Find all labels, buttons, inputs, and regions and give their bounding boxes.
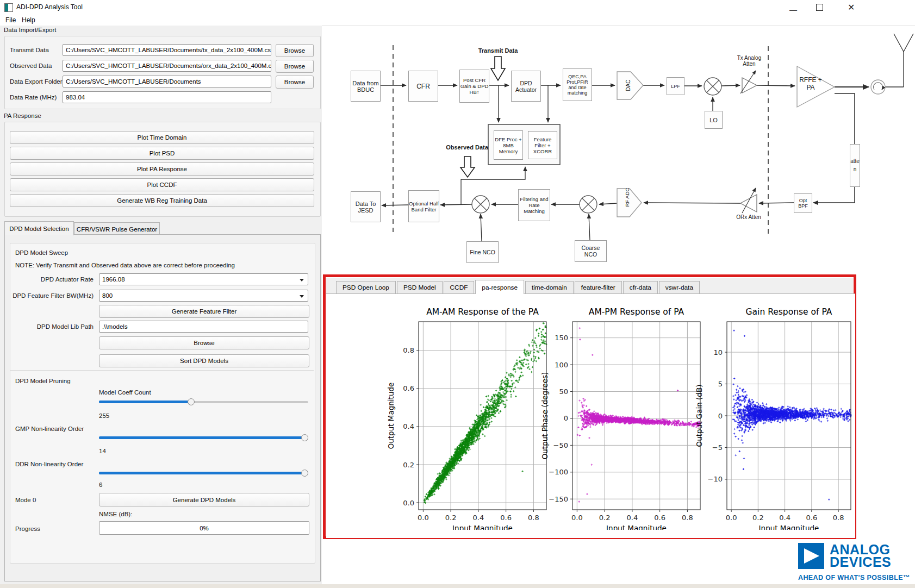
feature-bw-value: 800	[102, 292, 113, 299]
lib-path-input[interactable]: .\\models	[99, 321, 308, 333]
svg-text:0.0: 0.0	[726, 514, 737, 522]
tab-pa-response[interactable]: pa-response	[475, 280, 524, 294]
feature-bw-combobox[interactable]: 800	[99, 290, 308, 302]
dpd-sweep-label: DPD Model Sweep	[15, 247, 68, 258]
plot-psd-button[interactable]: Plot PSD	[10, 147, 314, 160]
block-data-to-jesd: Data To JESD	[351, 191, 381, 222]
sort-dpd-models-button[interactable]: Sort DPD Models	[99, 354, 309, 367]
chart-am-am: 0.00.20.40.60.80.00.20.40.60.8AM-AM Resp…	[381, 302, 555, 530]
maximize-button[interactable]	[816, 4, 823, 11]
svg-text:Output Magnitude: Output Magnitude	[387, 383, 395, 449]
plot-pa-response-button[interactable]: Plot PA Response	[10, 162, 314, 176]
section-data-import: Data Import/Export	[4, 27, 57, 33]
lib-browse-button[interactable]: Browse	[99, 336, 309, 349]
menu-file[interactable]: File	[5, 16, 16, 24]
block-filtering: Filtering and Rate Matching	[518, 189, 550, 221]
block-rffe-pa-label: RFFE + PA	[798, 73, 823, 95]
generate-wb-reg-button[interactable]: Generate WB Reg Training Data	[10, 194, 314, 207]
block-qec: QEC,PA Prot,PFIR and rate matching	[563, 68, 592, 101]
window-bottom-edge	[0, 584, 915, 588]
block-half-band: Optional Half Band Filter	[408, 190, 439, 222]
block-lpf: LPF	[667, 77, 684, 95]
observed-browse-button[interactable]: Browse	[276, 60, 314, 73]
block-rf-adc-label: RF ADC	[623, 186, 631, 208]
tab-cfr-data[interactable]: cfr-data	[623, 281, 658, 294]
svg-text:−5: −5	[712, 443, 723, 452]
minimize-button[interactable]: —	[789, 5, 797, 14]
svg-text:0.0: 0.0	[403, 499, 414, 507]
block-dac-label: DAC	[624, 74, 632, 96]
pruning-label: DPD Model Pruning	[15, 376, 71, 386]
orx-atten-label: ORx Atten	[731, 213, 766, 221]
block-coarse-nco: Coarse NCO	[575, 240, 607, 262]
plot-time-domain-button[interactable]: Plot Time Domain	[10, 131, 314, 144]
block-post-cfr: Post CFR Gain & DPD HB↑	[459, 70, 489, 103]
svg-text:100: 100	[555, 361, 568, 369]
svg-text:0.4: 0.4	[473, 514, 484, 522]
tab-feature-filter[interactable]: feature-filter	[575, 281, 622, 294]
ddr-order-slider[interactable]	[99, 470, 308, 477]
logo-line1: ANALOG	[830, 543, 890, 555]
actuator-rate-value: 1966.08	[102, 276, 125, 283]
tab-cfr-vswr[interactable]: CFR/VSWR Pulse Generator	[74, 222, 160, 235]
progress-label: Progress	[15, 523, 40, 534]
coeff-count-value: 255	[99, 410, 109, 421]
export-folder-input[interactable]: C:/Users/SVC_HMCOTT_LABUSER/Documents	[63, 76, 271, 87]
gmp-order-value: 14	[99, 446, 106, 456]
slider-fill	[99, 401, 191, 403]
chevron-down-icon	[300, 295, 304, 298]
svg-text:0.6: 0.6	[806, 514, 818, 522]
slider-handle[interactable]	[301, 470, 308, 477]
slider-handle[interactable]	[188, 398, 195, 405]
generate-dpd-models-button[interactable]: Generate DPD Models	[99, 493, 309, 506]
coeff-count-label: Model Coeff Count	[99, 387, 151, 398]
svg-text:−10: −10	[708, 475, 723, 483]
tab-time-domain[interactable]: time-domain	[525, 281, 574, 294]
svg-text:10: 10	[713, 348, 723, 356]
transmit-browse-button[interactable]: Browse	[276, 44, 314, 57]
plot-tab-bar: PSD Open Loop PSD Model CCDF pa-response…	[326, 278, 853, 294]
logo-tagline: AHEAD OF WHAT'S POSSIBLE™	[798, 574, 910, 581]
dpd-note: NOTE: Verify Transmit and Observed data …	[15, 260, 235, 271]
svg-text:AM-AM Response of the PA: AM-AM Response of the PA	[426, 307, 539, 317]
data-rate-label: Data Rate (MHz)	[10, 92, 57, 103]
tab-ccdf[interactable]: CCDF	[444, 281, 475, 294]
app-icon	[4, 3, 13, 12]
tab-dpd-model-selection[interactable]: DPD Model Selection	[4, 221, 74, 235]
svg-text:0.8: 0.8	[833, 514, 844, 522]
menu-help[interactable]: Help	[22, 16, 35, 24]
signal-chain-diagram	[321, 16, 915, 274]
slider-handle[interactable]	[301, 434, 308, 441]
chart-gain: 0.00.20.40.60.8−10−50510Gain Response of…	[690, 302, 856, 530]
ddr-order-value: 6	[99, 479, 102, 490]
chart-am-pm: 0.00.20.40.60.8−150−100−50050100150AM-PM…	[536, 302, 709, 530]
slider-fill	[99, 436, 305, 439]
divider	[10, 370, 314, 371]
chevron-down-icon	[300, 279, 304, 282]
observed-data-input[interactable]: C:/Users/SVC_HMCOTT_LABUSER/Documents/or…	[63, 60, 271, 72]
feature-bw-label: DPD Feature Filter BW(MHz)	[10, 290, 94, 301]
block-data-from-bduc: Data from BDUC	[351, 71, 381, 102]
close-button[interactable]: ✕	[848, 2, 855, 12]
block-dfe-proc: DFE Proc + 8MB Memory	[494, 130, 523, 160]
svg-text:Output Phase (degrees): Output Phase (degrees)	[540, 372, 549, 460]
svg-text:−100: −100	[549, 468, 568, 476]
nmse-label: NMSE (dB):	[99, 509, 132, 520]
gmp-order-slider[interactable]	[99, 434, 308, 441]
tab-psd-open-loop[interactable]: PSD Open Loop	[336, 281, 396, 294]
window-title: ADI-DPD Analysis Tool	[16, 3, 83, 11]
actuator-rate-combobox[interactable]: 1966.08	[99, 273, 308, 285]
export-browse-button[interactable]: Browse	[276, 76, 314, 89]
lib-path-label: DPD Model Lib Path	[10, 321, 94, 332]
svg-text:0.6: 0.6	[654, 514, 665, 522]
tab-vswr-data[interactable]: vswr-data	[659, 281, 700, 294]
transmit-data-input[interactable]: C:/Users/SVC_HMCOTT_LABUSER/Documents/tx…	[63, 44, 271, 56]
svg-text:Gain Response of PA: Gain Response of PA	[746, 307, 832, 317]
coeff-count-slider[interactable]	[99, 398, 308, 405]
plot-ccdf-button[interactable]: Plot CCDF	[10, 178, 314, 191]
block-lo: LO	[705, 111, 723, 129]
generate-feature-filter-button[interactable]: Generate Feature Filter	[99, 305, 309, 318]
tab-psd-model[interactable]: PSD Model	[397, 281, 443, 294]
data-rate-input[interactable]: 983.04	[63, 91, 271, 103]
svg-text:50: 50	[559, 387, 568, 396]
